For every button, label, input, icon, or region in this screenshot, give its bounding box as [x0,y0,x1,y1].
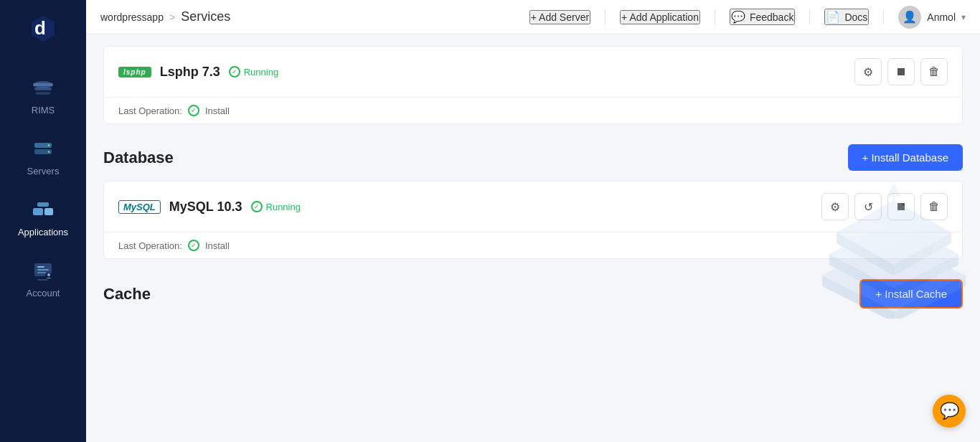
header: wordpressapp > Services + Add Server + A… [86,0,980,34]
php-last-op-value: Install [205,105,230,116]
php-stop-button[interactable]: ⏹ [887,58,915,85]
applications-icon [30,197,56,222]
lsphp-logo-text: lsphp [118,67,151,77]
php-status-dot [229,66,240,77]
servers-label: Servers [27,166,60,177]
php-section: lsphp Lsphp 7.3 Running ⚙ ⏹ 🗑 Last Opera… [86,34,980,124]
database-section: Database + Install Database MySQL MySQL … [86,130,980,259]
sidebar-item-applications[interactable]: Applications [0,187,86,248]
svg-rect-16 [37,272,46,273]
svg-rect-3 [36,92,50,95]
install-cache-button[interactable]: + Install Cache [859,279,963,309]
sidebar-item-servers[interactable]: Servers [0,126,86,187]
feedback-icon: 💬 [731,10,745,24]
mysql-last-op: Last Operation: ✓ Install [104,232,962,258]
php-last-op-label: Last Operation: [118,105,182,116]
database-title: Database [103,149,174,167]
breadcrumb: wordpressapp > Services [100,9,230,24]
svg-rect-14 [37,266,44,268]
header-divider-4 [883,10,884,24]
user-menu[interactable]: 👤 Anmol ▾ [898,6,966,29]
svg-point-4 [33,81,53,88]
breadcrumb-page: Services [181,9,230,24]
chat-icon: 💬 [940,402,959,420]
php-status: Running [229,66,278,77]
mysql-stop-button[interactable]: ⏹ [887,193,915,220]
php-delete-button[interactable]: 🗑 [920,58,948,85]
docs-label: Docs [844,11,867,23]
mysql-logo-text: MySQL [118,200,161,214]
install-database-button[interactable]: + Install Database [848,144,963,171]
account-label: Account [27,288,60,298]
add-application-button[interactable]: + Add Application [620,10,700,24]
php-service-card: lsphp Lsphp 7.3 Running ⚙ ⏹ 🗑 Last Opera… [103,46,963,124]
php-logo: lsphp [118,67,151,77]
mysql-delete-button[interactable]: 🗑 [920,193,948,220]
php-service-row: lsphp Lsphp 7.3 Running ⚙ ⏹ 🗑 [104,47,962,97]
svg-rect-15 [37,269,49,271]
svg-point-7 [48,144,50,146]
svg-point-8 [48,151,50,153]
avatar: 👤 [898,6,921,29]
breadcrumb-separator: > [169,11,175,23]
install-database-label: + Install Database [862,151,949,164]
mysql-op-check-icon: ✓ [188,240,199,251]
sidebar-item-rims[interactable]: RIMS [0,65,86,126]
php-op-check-icon: ✓ [188,105,199,116]
mysql-service-card: MySQL MySQL 10.3 Running ⚙ ↺ ⏹ 🗑 [103,181,963,259]
page-content: lsphp Lsphp 7.3 Running ⚙ ⏹ 🗑 Last Opera… [86,34,980,442]
php-settings-button[interactable]: ⚙ [854,58,882,85]
main-content: wordpressapp > Services + Add Server + A… [86,0,980,442]
mysql-status-text: Running [266,202,301,212]
mysql-logo: MySQL [118,200,161,214]
feedback-label: Feedback [750,11,793,23]
mysql-settings-button[interactable]: ⚙ [821,193,849,220]
database-section-header: Database + Install Database [86,130,980,181]
docs-icon: 📄 [826,10,840,24]
install-cache-label: + Install Cache [875,288,947,300]
mysql-status: Running [251,201,301,212]
php-actions: ⚙ ⏹ 🗑 [854,58,948,85]
cache-section: Cache + Install Cache [86,265,980,319]
cache-section-header: Cache + Install Cache [86,265,980,319]
add-application-label: + Add Application [621,11,699,23]
applications-label: Applications [18,227,68,238]
header-actions: + Add Server + Add Application 💬 Feedbac… [529,6,966,29]
rims-icon [30,75,56,100]
mysql-status-dot [251,201,263,212]
breadcrumb-app: wordpressapp [100,11,164,23]
chevron-down-icon: ▾ [961,12,966,22]
header-divider-2 [715,10,715,24]
add-server-button[interactable]: + Add Server [529,10,590,24]
sidebar: d RIMS Servers [0,0,86,442]
servers-icon [30,136,56,161]
php-last-op: Last Operation: ✓ Install [104,97,962,123]
mysql-service-row: MySQL MySQL 10.3 Running ⚙ ↺ ⏹ 🗑 [104,182,962,232]
cache-title: Cache [103,285,151,304]
add-server-label: + Add Server [531,11,589,23]
account-icon [30,258,56,283]
mysql-restart-button[interactable]: ↺ [854,193,882,220]
php-service-name: Lsphp 7.3 [160,65,220,80]
chat-button[interactable]: 💬 [933,395,966,428]
php-status-text: Running [244,67,278,77]
svg-point-18 [47,273,50,276]
mysql-last-op-value: Install [205,240,230,251]
mysql-last-op-label: Last Operation: [118,240,182,251]
docs-button[interactable]: 📄 Docs [824,9,869,25]
sidebar-logo: d [22,7,65,50]
feedback-button[interactable]: 💬 Feedback [730,9,795,25]
rims-label: RIMS [32,105,55,116]
svg-rect-9 [33,208,43,215]
user-name: Anmol [927,11,956,23]
svg-text:d: d [34,17,46,39]
mysql-actions: ⚙ ↺ ⏹ 🗑 [821,193,948,220]
header-divider-3 [809,10,810,24]
sidebar-item-account[interactable]: Account [0,248,86,309]
header-divider-1 [605,10,606,24]
svg-rect-10 [44,208,53,215]
mysql-service-name: MySQL 10.3 [169,199,242,215]
svg-rect-11 [37,202,49,207]
